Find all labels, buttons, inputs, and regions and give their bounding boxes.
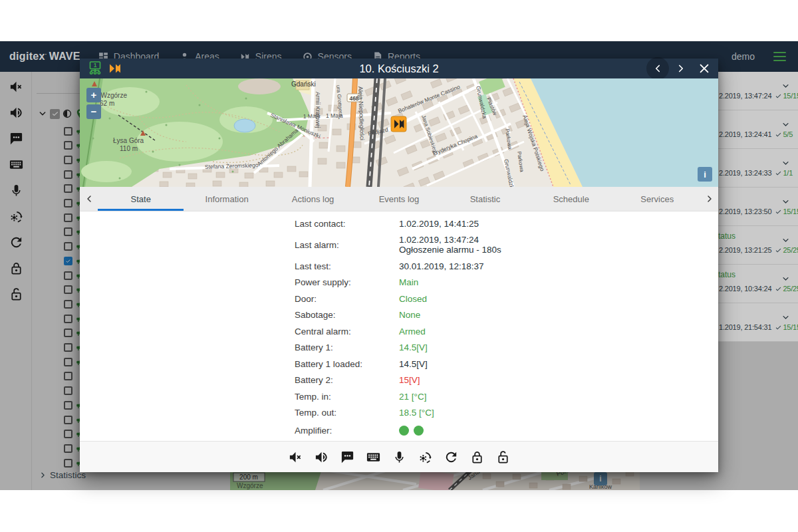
- svg-text:62 m: 62 m: [100, 100, 114, 107]
- state-value: Closed: [399, 294, 427, 304]
- svg-text:−: −: [91, 106, 97, 117]
- state-row: Temp. in:21 [°C]: [80, 388, 718, 405]
- toolbar-volume-off-button[interactable]: [288, 450, 303, 465]
- screen: digitex·WAVE DashboardAreasSirensSensors…: [0, 0, 798, 532]
- state-row: Battery 1:14.5[V]: [80, 340, 718, 356]
- state-label: Amplifier:: [295, 426, 399, 436]
- state-label: Sabotage:: [295, 310, 399, 320]
- tab-events-log[interactable]: Events log: [356, 187, 442, 211]
- toolbar-keyboard-button[interactable]: [366, 450, 381, 465]
- toolbar-chat-button[interactable]: [340, 450, 355, 465]
- state-row: Power supply:Main: [80, 275, 718, 291]
- toolbar-lock-closed-button[interactable]: [469, 450, 485, 465]
- tab-information[interactable]: Information: [184, 187, 269, 211]
- toolbar-microphone-button[interactable]: [392, 450, 407, 465]
- svg-text:110 m: 110 m: [120, 145, 138, 152]
- svg-text:Gdański: Gdański: [291, 80, 316, 88]
- status-dot-green: [399, 426, 409, 436]
- dialog-toolbar: [80, 441, 718, 472]
- state-label: Last test:: [295, 261, 399, 271]
- refresh-icon: [444, 450, 459, 465]
- state-value: 1.02.2019, 13:47:24Ogłoszenie alarmu - 1…: [399, 235, 501, 255]
- dialog-tabs: StateInformationActions logEvents logSta…: [80, 187, 718, 211]
- active-tab-indicator: [98, 209, 184, 211]
- state-row: Sabotage:None: [80, 307, 718, 324]
- tabs-scroll-right-button[interactable]: [700, 187, 718, 211]
- microphone-icon: [392, 450, 407, 465]
- siren-map[interactable]: 468Gdańskiśle Wzgórze62 mŁysa Góra110 m1…: [80, 78, 718, 187]
- state-label: Battery 2:: [295, 375, 399, 385]
- lock-closed-icon: [469, 450, 485, 465]
- lock-open-icon: [495, 450, 511, 465]
- state-row: Last test:30.01.2019, 12:18:37: [80, 258, 718, 275]
- toolbar-volume-up-button[interactable]: [314, 450, 329, 465]
- gear-sync-icon: [418, 450, 433, 465]
- dialog-header: 10. Kościuszki 2: [80, 59, 718, 78]
- next-siren-button[interactable]: [672, 60, 690, 77]
- chat-icon: [340, 450, 355, 465]
- tab-schedule[interactable]: Schedule: [528, 187, 614, 211]
- state-row: Temp. out:18.5 [°C]: [80, 405, 718, 422]
- tab-statistic[interactable]: Statistic: [442, 187, 528, 211]
- state-label: Central alarm:: [295, 327, 399, 336]
- state-value: 14.5[V]: [399, 342, 428, 352]
- state-label: Temp. out:: [295, 408, 399, 418]
- state-label: Battery 1 loaded:: [295, 359, 399, 369]
- status-dot-green: [414, 426, 424, 436]
- state-row: Last alarm:1.02.2019, 13:47:24Ogłoszenie…: [80, 232, 718, 259]
- state-row: Central alarm:Armed: [80, 323, 718, 340]
- state-row: Door:Closed: [80, 291, 718, 307]
- state-value: Armed: [399, 327, 426, 336]
- state-row: Last contact:1.02.2019, 14:41:25: [80, 215, 718, 232]
- tabs-scroll-left-button[interactable]: [80, 187, 98, 211]
- state-label: Battery 1:: [295, 342, 399, 352]
- dialog-title: 10. Kościuszki 2: [80, 63, 718, 75]
- state-value: 18.5 [°C]: [399, 408, 434, 418]
- amplifier-status-dots: [399, 426, 424, 436]
- tab-actions-log[interactable]: Actions log: [270, 187, 356, 211]
- state-row: Amplifier:: [80, 421, 718, 440]
- state-value: Main: [399, 277, 418, 287]
- svg-text:Łysa Góra: Łysa Góra: [113, 137, 144, 144]
- state-value: 15[V]: [399, 375, 420, 385]
- state-row: Battery 1 loaded:14.5[V]: [80, 356, 718, 372]
- close-dialog-button[interactable]: [696, 60, 713, 77]
- state-row: Battery 2:15[V]: [80, 372, 718, 389]
- tab-state[interactable]: State: [98, 187, 184, 211]
- state-tab-content: Last contact:1.02.2019, 14:41:25Last ala…: [80, 211, 718, 441]
- svg-text:i: i: [704, 170, 706, 180]
- state-label: Last contact:: [295, 219, 399, 229]
- state-label: Temp. in:: [295, 392, 399, 402]
- prev-siren-button[interactable]: [649, 60, 666, 77]
- state-label: Last alarm:: [295, 240, 399, 250]
- volume-up-icon: [314, 450, 329, 465]
- state-value: 1.02.2019, 14:41:25: [399, 219, 479, 229]
- state-label: Power supply:: [295, 277, 399, 287]
- keyboard-icon: [366, 450, 381, 465]
- toolbar-refresh-button[interactable]: [444, 450, 459, 465]
- state-value: None: [399, 310, 420, 320]
- state-value: 14.5[V]: [399, 359, 428, 369]
- siren-detail-dialog: 10. Kościuszki 2 468Gdańskiśle Wzgórze62…: [80, 59, 718, 472]
- state-value: 30.01.2019, 12:18:37: [399, 261, 484, 271]
- svg-text:+: +: [91, 89, 97, 100]
- tab-services[interactable]: Services: [614, 187, 700, 211]
- svg-text:Armii Krajowej: Armii Krajowej: [315, 92, 321, 128]
- toolbar-lock-open-button[interactable]: [495, 450, 511, 465]
- state-label: Door:: [295, 294, 399, 304]
- state-value: 21 [°C]: [399, 392, 426, 402]
- volume-off-icon: [288, 450, 303, 465]
- toolbar-gear-sync-button[interactable]: [418, 450, 433, 465]
